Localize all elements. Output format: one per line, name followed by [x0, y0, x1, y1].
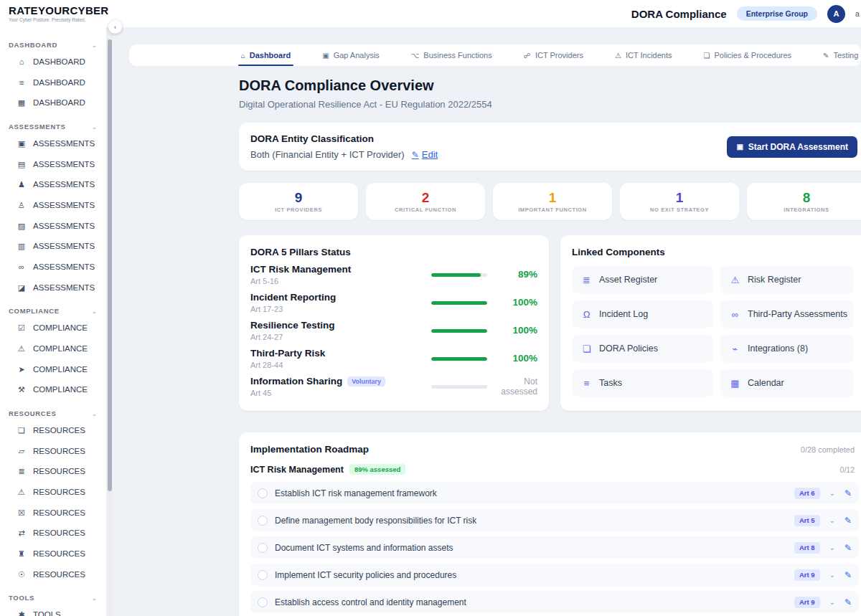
- task-checkbox[interactable]: [258, 488, 268, 498]
- stat-card[interactable]: 1 NO EXIT STRATEGY: [620, 183, 739, 220]
- article-badge: Art 9: [794, 569, 820, 581]
- checklist-icon: ☑: [17, 323, 27, 333]
- sidebar-section-header[interactable]: ASSESSMENTS ⌄: [9, 123, 98, 131]
- sidebar-item[interactable]: ▱ RESOURCES: [9, 441, 99, 462]
- sidebar-section-header[interactable]: TOOLS ⌄: [9, 594, 98, 602]
- sidebar-item[interactable]: ◪ ASSESSMENTS: [9, 278, 99, 298]
- stat-value: 1: [549, 191, 557, 204]
- stat-label: NO EXIT STRATEGY: [650, 207, 709, 213]
- task-checkbox[interactable]: [258, 570, 268, 580]
- tab[interactable]: ⚠ ICT Incidents: [615, 44, 672, 66]
- task-checkbox[interactable]: [258, 597, 268, 607]
- chevron-down-icon[interactable]: ⌄: [829, 598, 835, 606]
- chevron-down-icon[interactable]: ⌄: [829, 544, 835, 551]
- roadmap-group-count: 0/12: [840, 465, 855, 474]
- sidebar-item[interactable]: ⚒ COMPLIANCE: [9, 379, 99, 400]
- sidebar-item[interactable]: ▦ DASHBOARD: [9, 93, 99, 113]
- tab[interactable]: ⌥ Business Functions: [411, 44, 492, 66]
- sidebar-item[interactable]: ❏ RESOURCES: [9, 420, 99, 441]
- sidebar-scrollbar[interactable]: [106, 27, 113, 616]
- pillar-row: Third-Party Risk Art 28-44 100%: [250, 348, 537, 369]
- roadmap-task-row[interactable]: Implement ICT security policies and proc…: [250, 564, 859, 586]
- chevron-down-icon[interactable]: ⌄: [829, 571, 835, 579]
- sidebar-item[interactable]: ✱ TOOLS: [9, 605, 99, 616]
- sidebar-item[interactable]: ≡ DASHBOARD: [9, 72, 99, 93]
- linked-component-item[interactable]: ▦ Calendar: [720, 369, 854, 397]
- tab[interactable]: ▣ Gap Analysis: [322, 44, 380, 66]
- sidebar-section-header[interactable]: COMPLIANCE ⌄: [9, 307, 98, 315]
- sidebar-collapse-button[interactable]: ‹: [108, 20, 122, 34]
- sidebar-item[interactable]: ⚠ COMPLIANCE: [9, 338, 99, 359]
- sidebar-item[interactable]: ☑ COMPLIANCE: [9, 318, 99, 338]
- linked-component-item[interactable]: Ω Incident Log: [572, 300, 713, 328]
- pillar-name-line: Incident Reporting: [250, 292, 431, 303]
- stat-card[interactable]: 8 INTEGRATIONS: [747, 183, 861, 220]
- roadmap-task-row[interactable]: Establish access control and identity ma…: [250, 591, 859, 613]
- sidebar-item[interactable]: ▣ ASSESSMENTS: [9, 133, 99, 154]
- edit-pencil-icon[interactable]: ✎: [844, 516, 852, 526]
- sidebar-item[interactable]: ∞ ASSESSMENTS: [9, 257, 99, 278]
- linked-component-item[interactable]: ≡ Tasks: [572, 369, 713, 397]
- stat-card[interactable]: 1 IMPORTANT FUNCTION: [493, 183, 612, 220]
- task-text: Define management body responsibilities …: [275, 516, 787, 526]
- linked-component-item[interactable]: ⌁ Integrations (8): [720, 335, 854, 362]
- stat-value: 9: [295, 191, 303, 204]
- chevron-down-icon[interactable]: ⌄: [829, 489, 835, 497]
- clipboard-icon: ▣: [322, 52, 329, 60]
- sidebar-item[interactable]: ♟ ASSESSMENTS: [9, 174, 99, 195]
- linked-component-item[interactable]: ≣ Asset Register: [572, 266, 713, 293]
- sidebar-item[interactable]: ≣ RESOURCES: [9, 461, 99, 482]
- stack-icon: ≣: [581, 275, 592, 285]
- sidebar-item[interactable]: ▨ ASSESSMENTS: [9, 216, 99, 237]
- sidebar-item[interactable]: ▥ ASSESSMENTS: [9, 236, 99, 257]
- warning-icon: ⚠: [615, 52, 621, 60]
- linked-component-item[interactable]: ❏ DORA Policies: [572, 335, 713, 362]
- sidebar-item-label: DASHBOARD: [33, 56, 85, 68]
- pillar-row: Resilience Testing Art 24-27 100%: [250, 320, 537, 341]
- linked-component-label: Third-Party Assessments: [748, 309, 847, 319]
- tab[interactable]: ❏ Policies & Procedures: [704, 44, 792, 66]
- avatar[interactable]: A: [827, 5, 845, 23]
- linked-component-item[interactable]: ∞ Third-Party Assessments: [720, 300, 854, 328]
- org-badge[interactable]: Enterprise Group: [737, 6, 817, 21]
- tab[interactable]: ☍ ICT Providers: [524, 44, 583, 66]
- sidebar-section-header[interactable]: DASHBOARD ⌄: [9, 41, 98, 49]
- pencil-icon: ✎: [823, 52, 829, 60]
- linked-component-item[interactable]: ⚠ Risk Register: [720, 266, 854, 293]
- sidebar-item[interactable]: ⌂ DASHBOARD: [9, 52, 99, 72]
- chevron-down-icon[interactable]: ⌄: [829, 516, 835, 524]
- scrollbar-thumb[interactable]: [108, 39, 112, 491]
- task-checkbox[interactable]: [258, 543, 268, 553]
- edit-pencil-icon[interactable]: ✎: [844, 543, 852, 553]
- tab-label: Business Functions: [423, 51, 491, 60]
- tab[interactable]: ✎ Testing: [823, 44, 858, 66]
- sidebar-item-label: ASSESSMENTS: [33, 158, 95, 171]
- sidebar-item[interactable]: ⚠ RESOURCES: [9, 482, 99, 503]
- sidebar-item[interactable]: ♙ ASSESSMENTS: [9, 195, 99, 216]
- edit-pencil-icon: ✎: [412, 150, 419, 160]
- sidebar-item[interactable]: ➤ COMPLIANCE: [9, 359, 99, 380]
- roadmap-task-row[interactable]: Establish ICT risk management framework …: [250, 482, 859, 504]
- edit-pencil-icon[interactable]: ✎: [844, 570, 852, 580]
- sidebar-section-header[interactable]: RESOURCES ⌄: [9, 409, 98, 417]
- sidebar-item[interactable]: ☉ RESOURCES: [9, 564, 99, 585]
- building-icon: ▤: [17, 160, 27, 169]
- roadmap-task-row[interactable]: Document ICT systems and information ass…: [250, 536, 859, 559]
- edit-pencil-icon[interactable]: ✎: [844, 597, 852, 607]
- stat-card[interactable]: 2 CRITICAL FUNCTION: [366, 183, 485, 220]
- start-dora-assessment-button[interactable]: ▣ Start DORA Assessment: [727, 136, 857, 158]
- sidebar-item[interactable]: ☒ RESOURCES: [9, 503, 99, 523]
- tab[interactable]: ⌂ Dashboard: [241, 44, 291, 66]
- org-chart-icon: ⌥: [411, 52, 420, 60]
- edit-pencil-icon[interactable]: ✎: [844, 488, 852, 498]
- entity-edit-link[interactable]: ✎ Edit: [412, 149, 438, 160]
- pillar-name-line: ICT Risk Management: [250, 264, 431, 275]
- stat-card[interactable]: 9 ICT PROVIDERS: [239, 183, 358, 220]
- sidebar-item[interactable]: ♜ RESOURCES: [9, 544, 99, 564]
- warning-icon: ⚠: [730, 275, 740, 285]
- task-checkbox[interactable]: [258, 516, 268, 526]
- roadmap-task-row[interactable]: Define management body responsibilities …: [250, 509, 859, 531]
- sidebar-item[interactable]: ⇄ RESOURCES: [9, 523, 99, 544]
- tab-label: Policies & Procedures: [714, 51, 791, 60]
- sidebar-item[interactable]: ▤ ASSESSMENTS: [9, 154, 99, 175]
